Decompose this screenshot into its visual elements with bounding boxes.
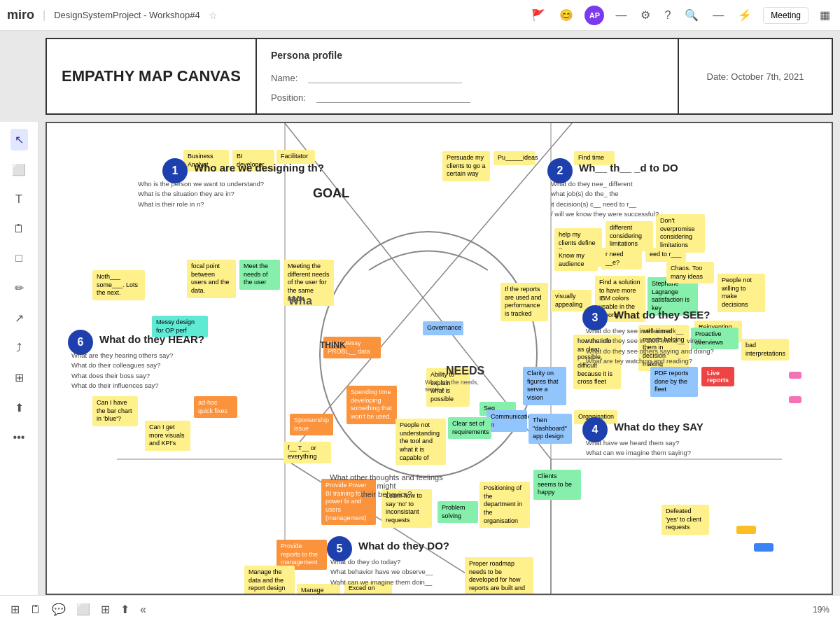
live-reports-btn: Livereports — [701, 367, 734, 386]
section-1-desc: Who is the person we want to understand?… — [138, 179, 278, 209]
meeting-button[interactable]: Meeting — [763, 7, 808, 24]
sticky-problem-solving: Problem solving — [438, 501, 478, 523]
sticky-focal-point: focal point between users and the data. — [187, 260, 236, 298]
sticky-clients-happy: Clients seems to be happy — [533, 470, 581, 500]
upload-tool[interactable]: ⬆ — [10, 397, 28, 419]
main-board: GOAL 1 Who are we designing th? Who is t… — [46, 122, 833, 595]
blue-dot — [754, 543, 774, 552]
position-field[interactable] — [316, 92, 470, 103]
sticky-clarity: Clarity on figures that serve a vision — [523, 367, 566, 405]
section-4-title: What do they SAY — [614, 421, 704, 433]
minus-icon[interactable]: — — [612, 6, 629, 24]
thoughts-label: What other thoughts and feelings mightth… — [320, 473, 453, 498]
help-icon[interactable]: ? — [662, 6, 673, 24]
text-tool[interactable]: T — [11, 189, 27, 210]
miro-logo: miro — [7, 8, 34, 22]
section-2-desc: What do they nee_ differentwhat job(s) d… — [551, 179, 705, 219]
search-icon[interactable]: 🔍 — [682, 6, 701, 24]
frame-bottom-icon[interactable]: ⊞ — [10, 603, 20, 616]
canvas-area: ↖ ⬜ T 🗒 □ ✏ ↗ ⤴ ⊞ ⬆ ••• EMPATHY MAP CANV… — [0, 31, 840, 623]
name-label: Name: — [271, 73, 298, 83]
cursor-tool[interactable]: ↖ — [10, 129, 28, 150]
think-text: Wha — [288, 295, 312, 307]
sticky-clear-set: Clear set of requirements — [448, 417, 491, 439]
project-title[interactable]: DesignSystemProject - Workshop#4 — [54, 10, 200, 20]
frame-tool[interactable]: ⬜ — [8, 159, 30, 181]
sticky-governance: Governance — [423, 321, 463, 335]
section-3-title: What do they SEE? — [614, 309, 710, 321]
left-toolbar: ↖ ⬜ T 🗒 □ ✏ ↗ ⤴ ⊞ ⬆ ••• — [0, 122, 38, 595]
sticky-r-need: r need __e? — [601, 248, 642, 270]
canvas-title: EMPATHY MAP CANVAS — [62, 67, 241, 85]
name-field[interactable] — [308, 72, 462, 83]
more-tool[interactable]: ••• — [9, 427, 29, 448]
flag-icon[interactable]: 🚩 — [528, 6, 548, 24]
sticky-dont-overpromise: Don't overpromise considering limitation… — [656, 214, 705, 253]
header-center: Persona profile Name: Position: — [257, 39, 678, 113]
lightning-icon[interactable]: ⚡ — [735, 6, 755, 24]
header-section: EMPATHY MAP CANVAS Persona profile Name:… — [46, 38, 833, 115]
sticky-defeated: Defeated 'yes' to client requests — [662, 505, 709, 535]
sticky-positioning: Positioning of the department in the org… — [479, 482, 530, 528]
needs-label: NEEDS — [446, 365, 484, 377]
emoji-icon[interactable]: 😊 — [556, 6, 576, 24]
yellow-dot — [736, 526, 756, 534]
note-tool[interactable]: 🗒 — [9, 218, 29, 239]
sticky-different: different considering limitations — [606, 221, 653, 251]
goal-label: GOAL — [313, 186, 349, 201]
sticky-bad-interp: bad interpretations — [741, 339, 789, 360]
grid-bottom-icon[interactable]: ⊞ — [101, 603, 110, 616]
sticky-comm: Communicatio n — [486, 410, 527, 432]
section-5-title: What do they DO? — [358, 540, 449, 552]
chevron-bottom-icon[interactable]: « — [140, 603, 146, 616]
sticky-people-not: People not willing to make decisions — [718, 274, 765, 312]
persona-profile-label: Persona profile — [271, 50, 664, 61]
frame2-bottom-icon[interactable]: ⬜ — [76, 603, 90, 616]
sticky-manage-data: Manage the data and the report design Re… — [244, 566, 295, 595]
connector-tool[interactable]: ⤴ — [12, 337, 26, 358]
star-icon[interactable]: ☆ — [209, 10, 218, 21]
position-label: Position: — [271, 92, 306, 103]
sticky-pdf-reports: PDF reports done by the fleet — [650, 367, 698, 397]
export-bottom-icon[interactable]: ⬆ — [120, 603, 130, 616]
section-2-title: Wh__ th__ _d to DO — [579, 162, 678, 174]
zoom-level: 19% — [813, 605, 830, 615]
minus2-icon[interactable]: — — [710, 6, 727, 24]
user-avatar[interactable]: AP — [584, 6, 604, 25]
sticky-meet-needs: Meet the needs of the user — [239, 260, 280, 290]
header-left: EMPATHY MAP CANVAS — [47, 39, 257, 113]
arrow-tool[interactable]: ↗ — [10, 307, 28, 329]
section-5-desc: What do they do today?What behavior have… — [330, 557, 484, 587]
sticky-f-t: f__ T__ or everything — [284, 442, 331, 463]
date-text: Date: October 7th, 2021 — [707, 71, 804, 82]
sticky-bar-chart: Can I have the bar chart in 'blue'? — [92, 396, 138, 426]
header-right: Date: October 7th, 2021 — [678, 39, 832, 113]
sticky-chaos: Chaos. Too many ideas — [666, 262, 714, 284]
sticky-eed: eed to r___ — [645, 248, 686, 262]
note-bottom-icon[interactable]: 🗒 — [30, 603, 41, 616]
chart-tool[interactable]: ⊞ — [10, 367, 28, 388]
settings-icon[interactable]: ⚙ — [638, 6, 653, 24]
sticky-spending-time: Spending time developing something that … — [346, 386, 397, 424]
sticky-sponsorship: Sponsorship issue — [290, 414, 333, 435]
grid-icon[interactable]: ▦ — [817, 6, 833, 24]
top-bar: miro | DesignSystemProject - Workshop#4 … — [0, 0, 840, 31]
sticky-persuade: Persuade my clients to go a certain way — [442, 151, 490, 181]
sticky-noth: Noth___ some___. Lots the next. — [92, 270, 145, 300]
pen-tool[interactable]: ✏ — [10, 277, 28, 299]
pink-dot-2 — [789, 396, 802, 403]
sticky-dashboard: Then "dashboard" app design — [528, 414, 572, 444]
name-row: Name: — [271, 72, 664, 83]
sticky-reports-used: If the reports are used and performance … — [500, 283, 548, 321]
position-row: Position: — [271, 92, 664, 103]
section-6-title: What do they HEAR? — [99, 333, 204, 345]
sticky-push-ideas: Pu_____ideas — [493, 151, 536, 165]
sticky-more-visuals: Can I get more visuals and KPI's — [145, 421, 190, 451]
sticky-people-not-understanding: People not understanding the tool and wh… — [396, 419, 446, 465]
think-messy-label: THINK — [320, 340, 346, 350]
comment-bottom-icon[interactable]: 💬 — [52, 603, 66, 616]
shape-tool[interactable]: □ — [11, 248, 27, 269]
bottom-bar: ⊞ 🗒 💬 ⬜ ⊞ ⬆ « 19% — [0, 595, 840, 623]
section-6-desc: What are they hearing others say?What do… — [71, 351, 211, 391]
needs-desc: What are the needs,serve a — [425, 379, 495, 393]
